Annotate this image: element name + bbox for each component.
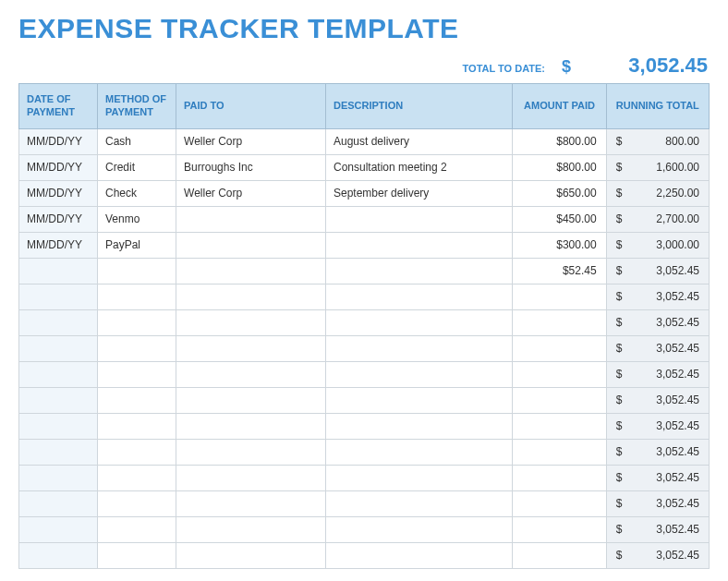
cell-amount[interactable]: $52.45 [513, 258, 606, 284]
cell-paidto[interactable] [176, 232, 326, 258]
cell-date[interactable] [19, 258, 98, 284]
cell-paidto[interactable] [176, 439, 326, 465]
cell-method[interactable]: Venmo [98, 206, 176, 232]
cell-date[interactable] [19, 284, 98, 309]
cell-amount[interactable] [513, 490, 606, 516]
cell-method[interactable] [98, 258, 176, 284]
cell-method[interactable]: Cash [98, 128, 176, 154]
cell-amount[interactable] [513, 335, 606, 361]
cell-amount[interactable] [513, 387, 606, 413]
cell-desc[interactable] [325, 516, 512, 542]
cell-date[interactable] [19, 413, 98, 439]
cell-paidto[interactable] [176, 309, 326, 335]
cell-desc[interactable] [325, 284, 512, 309]
cell-paidto[interactable] [176, 284, 326, 309]
cell-amount[interactable] [513, 439, 606, 465]
cell-amount[interactable] [513, 309, 606, 335]
cell-amount[interactable] [513, 413, 606, 439]
cell-method[interactable] [98, 309, 176, 335]
cell-desc[interactable] [325, 490, 512, 516]
cell-running[interactable]: $3,052.45 [606, 258, 709, 284]
cell-date[interactable] [19, 516, 98, 542]
cell-running[interactable]: $3,052.45 [606, 516, 709, 542]
cell-running[interactable]: $3,052.45 [606, 542, 709, 568]
cell-method[interactable] [98, 361, 176, 387]
cell-amount[interactable]: $800.00 [513, 128, 606, 154]
cell-paidto[interactable] [176, 387, 326, 413]
cell-paidto[interactable] [176, 258, 326, 284]
cell-paidto[interactable]: Weller Corp [176, 128, 326, 154]
cell-method[interactable] [98, 439, 176, 465]
cell-amount[interactable] [513, 542, 606, 568]
cell-date[interactable]: MM/DD/YY [19, 232, 98, 258]
cell-desc[interactable] [325, 361, 512, 387]
cell-amount[interactable]: $800.00 [513, 154, 606, 180]
cell-method[interactable] [98, 335, 176, 361]
cell-method[interactable] [98, 413, 176, 439]
cell-date[interactable] [19, 335, 98, 361]
cell-running[interactable]: $3,052.45 [606, 361, 709, 387]
cell-amount[interactable]: $300.00 [513, 232, 606, 258]
cell-date[interactable]: MM/DD/YY [19, 128, 98, 154]
cell-running[interactable]: $3,052.45 [606, 490, 709, 516]
cell-running[interactable]: $2,700.00 [606, 206, 709, 232]
cell-desc[interactable]: Consultation meeting 2 [325, 154, 512, 180]
cell-method[interactable]: Credit [98, 154, 176, 180]
cell-method[interactable]: PayPal [98, 232, 176, 258]
cell-desc[interactable] [325, 335, 512, 361]
cell-date[interactable]: MM/DD/YY [19, 180, 98, 206]
cell-desc[interactable] [325, 413, 512, 439]
cell-method[interactable] [98, 465, 176, 490]
cell-date[interactable] [19, 439, 98, 465]
cell-running[interactable]: $3,052.45 [606, 335, 709, 361]
cell-method[interactable] [98, 284, 176, 309]
cell-paidto[interactable]: Weller Corp [176, 180, 326, 206]
cell-desc[interactable] [325, 232, 512, 258]
cell-desc[interactable]: August delivery [325, 128, 512, 154]
cell-desc[interactable] [325, 309, 512, 335]
cell-desc[interactable] [325, 387, 512, 413]
cell-amount[interactable] [513, 516, 606, 542]
cell-running[interactable]: $3,052.45 [606, 284, 709, 309]
cell-running[interactable]: $3,052.45 [606, 413, 709, 439]
cell-date[interactable] [19, 542, 98, 568]
cell-paidto[interactable] [176, 516, 326, 542]
cell-date[interactable] [19, 387, 98, 413]
cell-desc[interactable] [325, 258, 512, 284]
cell-method[interactable] [98, 516, 176, 542]
cell-amount[interactable] [513, 361, 606, 387]
cell-running[interactable]: $3,000.00 [606, 232, 709, 258]
cell-method[interactable] [98, 490, 176, 516]
cell-paidto[interactable] [176, 361, 326, 387]
cell-date[interactable]: MM/DD/YY [19, 206, 98, 232]
cell-running[interactable]: $2,250.00 [606, 180, 709, 206]
cell-date[interactable] [19, 361, 98, 387]
cell-desc[interactable] [325, 542, 512, 568]
cell-paidto[interactable] [176, 206, 326, 232]
cell-amount[interactable]: $650.00 [513, 180, 606, 206]
cell-running[interactable]: $1,600.00 [606, 154, 709, 180]
cell-date[interactable] [19, 465, 98, 490]
cell-paidto[interactable]: Burroughs Inc [176, 154, 326, 180]
cell-paidto[interactable] [176, 542, 326, 568]
cell-date[interactable]: MM/DD/YY [19, 154, 98, 180]
cell-paidto[interactable] [176, 335, 326, 361]
cell-running[interactable]: $3,052.45 [606, 387, 709, 413]
cell-paidto[interactable] [176, 465, 326, 490]
cell-running[interactable]: $3,052.45 [606, 465, 709, 490]
cell-running[interactable]: $3,052.45 [606, 309, 709, 335]
cell-date[interactable] [19, 309, 98, 335]
cell-method[interactable] [98, 542, 176, 568]
cell-running[interactable]: $3,052.45 [606, 439, 709, 465]
cell-amount[interactable] [513, 284, 606, 309]
cell-desc[interactable] [325, 439, 512, 465]
cell-date[interactable] [19, 490, 98, 516]
cell-amount[interactable]: $450.00 [513, 206, 606, 232]
cell-desc[interactable]: September delivery [325, 180, 512, 206]
cell-method[interactable] [98, 387, 176, 413]
cell-desc[interactable] [325, 206, 512, 232]
cell-running[interactable]: $800.00 [606, 128, 709, 154]
cell-method[interactable]: Check [98, 180, 176, 206]
cell-paidto[interactable] [176, 413, 326, 439]
cell-amount[interactable] [513, 465, 606, 490]
